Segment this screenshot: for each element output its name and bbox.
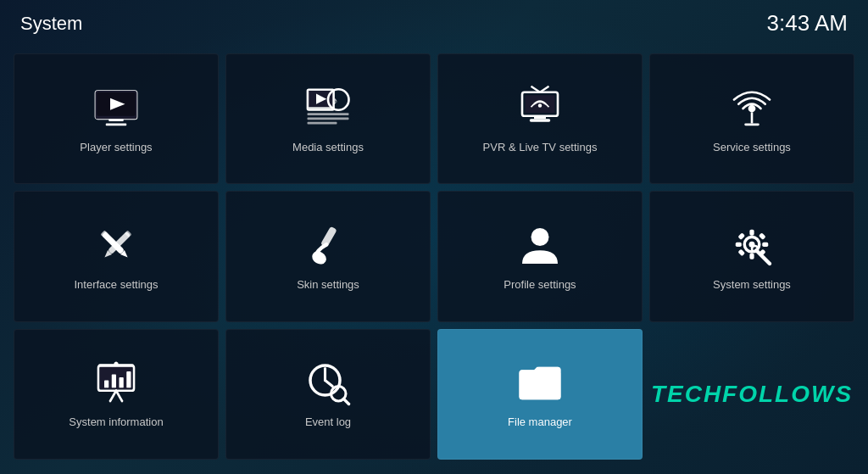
tile-pvr-settings[interactable]: PVR & Live TV settings [437,53,643,184]
pvr-settings-label: PVR & Live TV settings [483,141,598,153]
tile-interface-settings[interactable]: Interface settings [14,191,219,321]
skin-settings-label: Skin settings [297,278,359,291]
page-title: System [20,13,82,35]
svg-point-22 [538,103,542,107]
file-manager-label: File manager [508,415,572,428]
svg-rect-14 [308,117,349,120]
header: System 3:43 AM [0,0,868,47]
system-information-label: System information [69,415,163,428]
service-settings-label: Service settings [713,141,791,153]
svg-rect-43 [737,249,745,257]
tile-skin-settings[interactable]: Skin settings [225,191,431,321]
tile-file-manager[interactable]: File manager [437,329,643,460]
tile-event-log[interactable]: Event log [225,329,431,460]
svg-rect-41 [737,232,745,240]
sysinfo-icon [92,360,140,407]
svg-rect-5 [108,119,124,121]
service-icon [728,85,776,132]
skin-icon [304,222,352,270]
tile-player-settings[interactable]: Player settings [14,53,219,184]
techfollows-logo: TECHFOLLOWS [651,381,853,408]
svg-rect-42 [759,232,766,240]
svg-rect-25 [744,123,760,125]
svg-rect-6 [106,123,127,125]
svg-point-46 [752,246,758,252]
svg-rect-52 [126,371,131,388]
event-log-label: Event log [305,415,351,428]
svg-rect-20 [534,115,546,119]
svg-point-23 [748,104,756,112]
eventlog-icon [304,360,352,407]
tile-system-information[interactable]: System information [14,329,219,460]
svg-point-34 [531,228,549,246]
tile-service-settings[interactable]: Service settings [649,53,854,184]
profile-settings-label: Profile settings [504,278,576,291]
svg-rect-49 [104,381,108,388]
player-icon [92,85,140,132]
svg-rect-38 [749,254,754,259]
system-settings-icon [728,222,776,270]
svg-line-60 [326,381,333,387]
svg-rect-15 [308,121,337,124]
svg-line-53 [110,391,116,401]
tile-profile-settings[interactable]: Profile settings [437,191,643,321]
svg-rect-13 [308,113,349,115]
svg-rect-50 [112,375,116,388]
pvr-icon [516,85,564,132]
profile-icon [516,222,564,270]
media-settings-label: Media settings [292,141,364,153]
svg-rect-51 [120,377,124,388]
tile-system-settings[interactable]: System settings [649,191,854,321]
system-settings-label: System settings [713,278,791,291]
svg-rect-40 [762,243,768,247]
clock: 3:43 AM [767,10,848,36]
interface-icon [92,222,140,270]
svg-line-62 [343,399,348,404]
tile-media-settings[interactable]: ♪ Media settings [225,53,431,184]
svg-rect-37 [749,230,754,236]
svg-line-54 [116,391,122,401]
player-settings-label: Player settings [80,141,152,153]
settings-grid: Player settings ♪ Media settings [0,47,868,470]
svg-rect-39 [736,243,742,247]
filemanager-icon [516,360,564,407]
logo-tile: TECHFOLLOWS [649,329,854,460]
media-icon: ♪ [304,85,352,132]
interface-settings-label: Interface settings [75,278,159,291]
svg-rect-21 [530,119,551,122]
svg-text:♪: ♪ [332,94,337,106]
